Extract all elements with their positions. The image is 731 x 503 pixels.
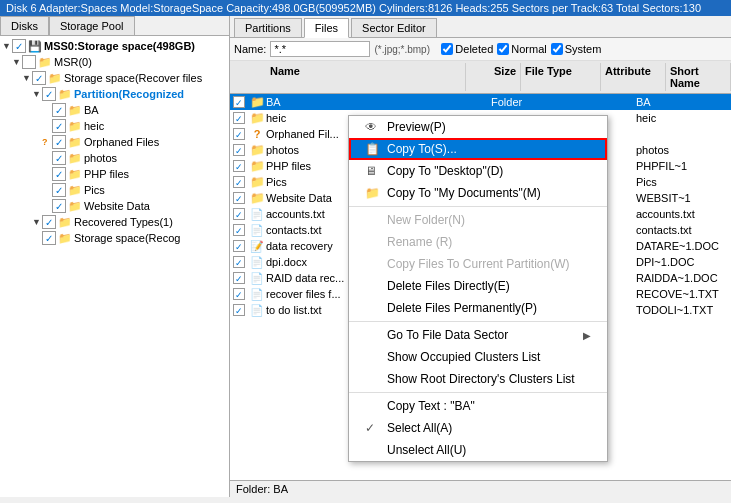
submenu-arrow: ▶ — [583, 330, 591, 341]
col-header-attribute[interactable]: Attribute — [601, 63, 666, 91]
context-menu-item[interactable]: Show Root Directory's Clusters List — [349, 368, 607, 390]
left-panel: Disks Storage Pool ▼ ✓ 💾 MSS0:Storage sp… — [0, 16, 230, 497]
column-headers: Name Size File Type Attribute Short Name — [230, 61, 731, 94]
tree-item[interactable]: ▼ ✓ 📁 Recovered Types(1) — [0, 214, 229, 230]
menu-item-label: Select All(A) — [387, 421, 591, 435]
menu-item-label: Copy To(S)... — [387, 142, 591, 156]
menu-item-icon: 📁 — [365, 186, 381, 200]
name-label: Name: — [234, 43, 266, 55]
context-menu-item[interactable]: 📋Copy To(S)... — [349, 138, 607, 160]
title-bar: Disk 6 Adapter:Spaces Model:StorageSpace… — [0, 0, 731, 16]
menu-separator — [349, 321, 607, 322]
menu-item-label: Delete Files Directly(E) — [387, 279, 591, 293]
menu-item-label: Copy To "Desktop"(D) — [387, 164, 591, 178]
context-menu-item[interactable]: ✓Select All(A) — [349, 417, 607, 439]
menu-item-icon: 📋 — [365, 142, 381, 156]
tree-area: ▼ ✓ 💾 MSS0:Storage space(498GB) ▼ 📁 MSR(… — [0, 36, 229, 248]
normal-label: Normal — [511, 43, 546, 55]
menu-item-icon: 🖥 — [365, 164, 381, 178]
normal-checkbox[interactable] — [497, 43, 509, 55]
menu-item-label: Unselect All(U) — [387, 443, 591, 457]
menu-item-label: Copy Text : "BA" — [387, 399, 591, 413]
name-filter-input[interactable] — [270, 41, 370, 57]
tree-item[interactable]: ✓ 📁 BA — [0, 102, 229, 118]
left-tabs: Disks Storage Pool — [0, 16, 229, 36]
menu-item-label: Delete Files Permanently(P) — [387, 301, 591, 315]
tab-files[interactable]: Files — [304, 18, 349, 38]
menu-item-icon: ✓ — [365, 421, 381, 435]
context-menu-item[interactable]: Copy Text : "BA" — [349, 395, 607, 417]
context-menu-item[interactable]: New Folder(N) — [349, 209, 607, 231]
tab-storage-pool[interactable]: Storage Pool — [49, 16, 135, 35]
tree-item[interactable]: ✓ 📁 Website Data — [0, 198, 229, 214]
tree-item[interactable]: ✓ 📁 PHP files — [0, 166, 229, 182]
filter-hint: (*.jpg;*.bmp) — [374, 44, 430, 55]
menu-separator — [349, 206, 607, 207]
tree-item[interactable]: ✓ 📁 Storage space(Recog — [0, 230, 229, 246]
col-header-filetype[interactable]: File Type — [521, 63, 601, 91]
tree-item[interactable]: ▼ ✓ 📁 Storage space(Recover files — [0, 70, 229, 86]
tree-item[interactable]: ✓ 📁 heic — [0, 118, 229, 134]
context-menu-item[interactable]: Show Occupied Clusters List — [349, 346, 607, 368]
tree-item[interactable]: ✓ 📁 photos — [0, 150, 229, 166]
status-bar: Folder: BA — [230, 480, 731, 497]
tree-item[interactable]: ▼ ✓ 📁 Partition(Recognized — [0, 86, 229, 102]
filter-bar: Name: (*.jpg;*.bmp) Deleted Normal Syste… — [230, 38, 731, 61]
menu-item-label: New Folder(N) — [387, 213, 591, 227]
context-menu-item[interactable]: Unselect All(U) — [349, 439, 607, 461]
menu-item-label: Rename (R) — [387, 235, 591, 249]
col-header-size[interactable]: Size — [466, 63, 521, 91]
tree-item[interactable]: ▼ ✓ 💾 MSS0:Storage space(498GB) — [0, 38, 229, 54]
menu-item-label: Copy Files To Current Partition(W) — [387, 257, 591, 271]
file-row[interactable]: ✓ 📁 BA Folder BA — [230, 94, 731, 110]
context-menu[interactable]: 👁Preview(P)📋Copy To(S)...🖥Copy To "Deskt… — [348, 115, 608, 462]
context-menu-item[interactable]: Delete Files Permanently(P) — [349, 297, 607, 319]
context-menu-item[interactable]: 🖥Copy To "Desktop"(D) — [349, 160, 607, 182]
tree-item[interactable]: ✓ 📁 Pics — [0, 182, 229, 198]
system-filter: System — [551, 43, 602, 55]
tab-partitions[interactable]: Partitions — [234, 18, 302, 37]
col-header-name[interactable]: Name — [266, 63, 466, 91]
menu-item-icon: 👁 — [365, 120, 381, 134]
menu-item-label: Show Occupied Clusters List — [387, 350, 591, 364]
system-checkbox[interactable] — [551, 43, 563, 55]
menu-separator — [349, 392, 607, 393]
context-menu-item[interactable]: Copy Files To Current Partition(W) — [349, 253, 607, 275]
context-menu-item[interactable]: Go To File Data Sector▶ — [349, 324, 607, 346]
context-menu-item[interactable]: 👁Preview(P) — [349, 116, 607, 138]
menu-item-label: Show Root Directory's Clusters List — [387, 372, 591, 386]
context-menu-item[interactable]: Delete Files Directly(E) — [349, 275, 607, 297]
menu-item-label: Go To File Data Sector — [387, 328, 583, 342]
deleted-filter: Deleted — [441, 43, 493, 55]
right-tabs: Partitions Files Sector Editor — [230, 16, 731, 38]
context-menu-item[interactable]: Rename (R) — [349, 231, 607, 253]
deleted-label: Deleted — [455, 43, 493, 55]
col-header-shortname[interactable]: Short Name — [666, 63, 731, 91]
status-text: Folder: BA — [236, 483, 288, 495]
tab-disks[interactable]: Disks — [0, 16, 49, 35]
normal-filter: Normal — [497, 43, 546, 55]
menu-item-label: Preview(P) — [387, 120, 591, 134]
system-label: System — [565, 43, 602, 55]
tree-item[interactable]: ▼ 📁 MSR(0) — [0, 54, 229, 70]
tree-item[interactable]: ? ✓ 📁 Orphaned Files — [0, 134, 229, 150]
tab-sector-editor[interactable]: Sector Editor — [351, 18, 437, 37]
deleted-checkbox[interactable] — [441, 43, 453, 55]
menu-item-label: Copy To "My Documents"(M) — [387, 186, 591, 200]
context-menu-item[interactable]: 📁Copy To "My Documents"(M) — [349, 182, 607, 204]
